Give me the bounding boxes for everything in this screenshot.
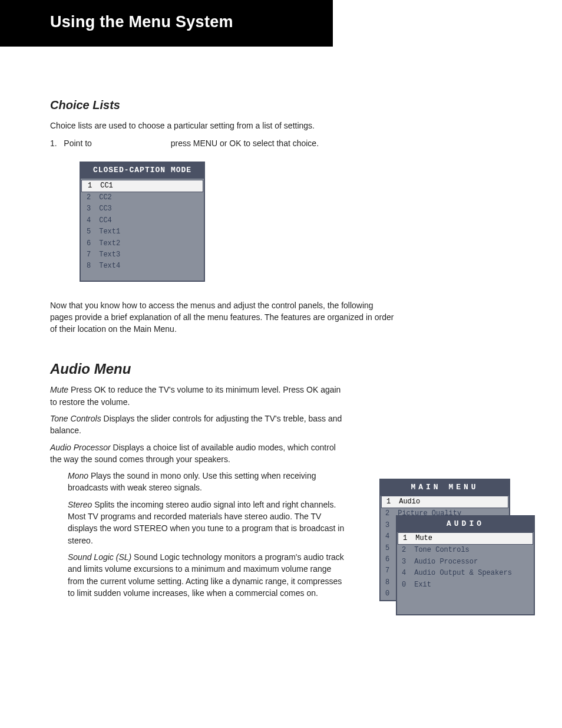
- label-mono: Mono: [68, 471, 88, 480]
- closed-caption-menu: CLOSED-CAPTION MODE 1 CC12 CC23 CC34 CC4…: [80, 162, 205, 282]
- menu-row: 8 Text4: [81, 261, 204, 272]
- def-mute: Mute Press OK to reduce the TV's volume …: [50, 384, 345, 408]
- menu-row: 3 CC3: [81, 203, 204, 215]
- page-content: Choice Lists Choice lists are used to ch…: [0, 97, 562, 639]
- def-stereo: Stereo Splits the incoming stereo audio …: [68, 499, 345, 546]
- menu-row: 1 Mute: [398, 532, 533, 545]
- menu-row: 4 Audio Output & Speakers: [397, 568, 534, 579]
- menu-row: 2 CC2: [81, 192, 204, 203]
- label-soundlogic: Sound Logic (SL): [68, 552, 131, 562]
- cc-menu-title: CLOSED-CAPTION MODE: [81, 163, 204, 179]
- menu-row: 3 Audio Processor: [397, 556, 534, 568]
- def-soundlogic: Sound Logic (SL) Sound Logic technology …: [68, 551, 345, 599]
- instr-part-a: Point to: [64, 139, 91, 148]
- section-title-audio-menu: Audio Menu: [50, 359, 512, 380]
- header-bar: Using the Menu System: [0, 0, 333, 47]
- followup-paragraph: Now that you know how to access the menu…: [50, 299, 512, 335]
- menu-row: 7 Text3: [81, 249, 204, 261]
- audio-submenu-items: 1 Mute2 Tone Controls3 Audio Processor4 …: [397, 532, 534, 591]
- label-stereo: Stereo: [68, 500, 92, 509]
- menu-row: 1 Audio: [381, 496, 508, 508]
- text-mono: Plays the sound in mono only. Use this s…: [68, 471, 316, 492]
- def-mono: Mono Plays the sound in mono only. Use t…: [68, 470, 345, 494]
- label-mute: Mute: [50, 385, 68, 394]
- choice-lists-instruction: 1. Point to press MENU or OK to select t…: [65, 137, 512, 149]
- menu-row: 5 Text1: [81, 226, 204, 238]
- def-proc: Audio Processor Displays a choice list o…: [50, 442, 345, 466]
- audio-definitions: Mute Press OK to reduce the TV's volume …: [50, 384, 345, 599]
- text-mute: Press OK to reduce the TV's volume to it…: [50, 385, 340, 406]
- choice-lists-section: Choice Lists Choice lists are used to ch…: [50, 97, 512, 150]
- menu-row: 1 CC1: [81, 180, 203, 192]
- cc-menu-items: 1 CC12 CC23 CC34 CC45 Text16 Text27 Text…: [81, 179, 204, 281]
- label-proc: Audio Processor: [50, 443, 111, 452]
- page-title: Using the Menu System: [50, 11, 333, 34]
- audio-submenu-box: AUDIO 1 Mute2 Tone Controls3 Audio Proce…: [396, 515, 535, 615]
- menu-row: 2 Tone Controls: [397, 545, 534, 556]
- label-tone: Tone Controls: [50, 414, 101, 423]
- menu-row: 4 CC4: [81, 215, 204, 226]
- main-menu-box: MAIN MENU 1 Audio2 Picture Quality3 Scre…: [379, 479, 510, 601]
- menu-illustration: MAIN MENU 1 Audio2 Picture Quality3 Scre…: [379, 479, 538, 601]
- menu-row: 6 Text2: [81, 238, 204, 249]
- step-number: 1.: [50, 139, 57, 148]
- text-stereo: Splits the incoming stereo audio signal …: [68, 500, 344, 545]
- choice-lists-lead: Choice lists are used to choose a partic…: [50, 120, 512, 131]
- instr-part-b: press MENU or OK to select that choice.: [168, 139, 319, 148]
- main-menu-title: MAIN MENU: [381, 480, 509, 496]
- audio-submenu-title: AUDIO: [397, 516, 534, 532]
- def-tone: Tone Controls Displays the slider contro…: [50, 413, 345, 437]
- section-title-choice-lists: Choice Lists: [50, 97, 512, 114]
- menu-row: 0 Exit: [397, 579, 534, 591]
